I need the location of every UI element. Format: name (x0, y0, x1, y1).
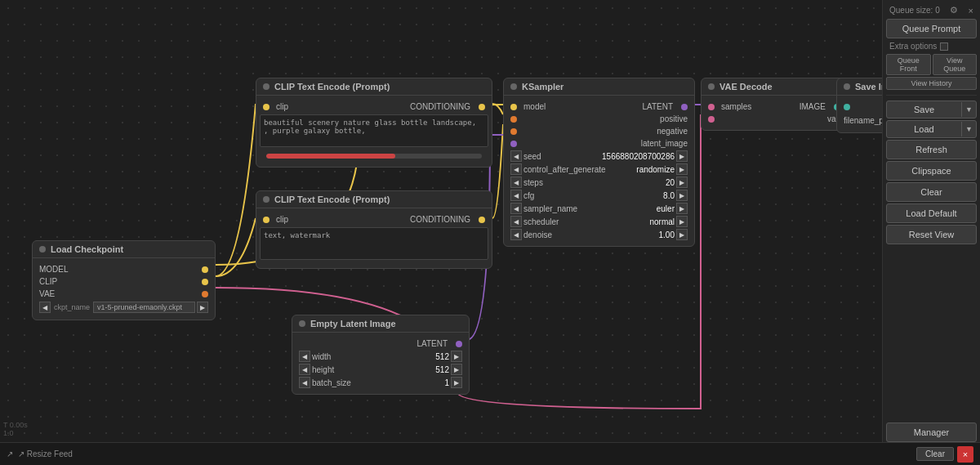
images-in-port[interactable] (844, 104, 850, 110)
ckpt-left-arrow[interactable]: ◀ (39, 302, 51, 313)
latent-out-port[interactable] (681, 104, 688, 110)
reset-view-button[interactable]: Reset View (886, 225, 977, 244)
model-in-label: model (523, 102, 546, 111)
ksampler-header: KSampler (504, 78, 694, 96)
height-left-arrow[interactable]: ◀ (299, 364, 310, 375)
cfg-right-btn[interactable]: ▶ (676, 190, 688, 201)
scheduler-left-arrow[interactable]: ◀ (510, 216, 522, 227)
samples-in-port[interactable] (708, 104, 715, 110)
conditioning-out-port-2[interactable] (479, 217, 485, 223)
model-in-port[interactable] (510, 104, 517, 110)
view-history-row: View History (886, 77, 977, 90)
vae-port-row: VAE (36, 288, 212, 300)
node-status-dot (39, 246, 46, 253)
height-param-value: 512 (381, 365, 449, 374)
vae-out-port[interactable] (202, 291, 208, 297)
clip-text-1-header: CLIP Text Encode (Prompt) (256, 78, 492, 96)
save-image-dot (844, 83, 850, 90)
seed-right-btn[interactable]: ▶ (676, 150, 688, 162)
scheduler-param-value: normal (600, 217, 675, 226)
steps-left-arrow[interactable]: ◀ (510, 177, 522, 188)
extra-options-checkbox[interactable] (940, 42, 948, 51)
queue-prompt-button[interactable]: Queue Prompt (886, 19, 977, 38)
latent-out-port-el[interactable] (456, 341, 462, 347)
clip-text-2-node: CLIP Text Encode (Prompt) clip CONDITION… (256, 190, 492, 269)
vae-label: VAE (39, 289, 55, 298)
save-image-title: Save Image (855, 82, 882, 92)
load-button[interactable]: Load (887, 121, 961, 137)
steps-row: ◀ steps 20 ▶ (507, 176, 691, 189)
steps-right-btn[interactable]: ▶ (676, 177, 688, 188)
load-arrow[interactable]: ▼ (961, 122, 976, 136)
save-button[interactable]: Save (887, 101, 961, 118)
clip-text-2-header: CLIP Text Encode (Prompt) (256, 191, 492, 208)
bottom-close-button[interactable]: × (957, 446, 973, 463)
vae-in-port[interactable] (708, 116, 715, 123)
clear-button[interactable]: Clear (886, 182, 977, 202)
model-out-port[interactable] (202, 266, 208, 273)
latent-out-label-el: LATENT (416, 339, 448, 348)
batch-left-arrow[interactable]: ◀ (299, 377, 310, 388)
conditioning-out-label-1: CONDITIONING (410, 102, 470, 111)
control-left-arrow[interactable]: ◀ (510, 163, 522, 175)
sampler-row: ◀ sampler_name euler ▶ (507, 202, 691, 215)
view-queue-button[interactable]: View Queue (933, 54, 978, 75)
sampler-left-arrow[interactable]: ◀ (510, 203, 522, 214)
latent-image-label: latent_image (641, 139, 688, 148)
latent-image-in-port[interactable] (510, 141, 517, 147)
denoise-left-arrow[interactable]: ◀ (510, 229, 522, 240)
steps-param-value: 20 (600, 178, 675, 187)
clip-out-port[interactable] (202, 279, 208, 285)
bottom-clear-button[interactable]: Clear (916, 447, 954, 461)
save-row[interactable]: Save ▼ (886, 101, 977, 118)
clip-text-2-input[interactable]: text, watermark (260, 227, 488, 260)
batch-right-btn[interactable]: ▶ (451, 377, 462, 388)
latent-out-row: LATENT (296, 338, 466, 350)
positive-in-port[interactable] (510, 116, 517, 123)
height-right-btn[interactable]: ▶ (451, 364, 462, 375)
resize-feed-label[interactable]: ↗ Resize Feed (18, 449, 73, 458)
queue-front-button[interactable]: Queue Front (886, 54, 931, 75)
images-in-row: images (840, 101, 882, 113)
sampler-param-value: euler (600, 204, 675, 213)
clip-text-1-input[interactable]: beautiful scenery nature glass bottle la… (260, 114, 488, 147)
view-history-button[interactable]: View History (886, 77, 977, 90)
negative-in-port[interactable] (510, 128, 517, 135)
clipspace-button[interactable]: Clipspace (886, 161, 977, 181)
clip-in-row-1: clip CONDITIONING (260, 101, 488, 113)
width-left-arrow[interactable]: ◀ (299, 351, 310, 362)
cfg-row: ◀ cfg 8.0 ▶ (507, 189, 691, 202)
clip-in-port-2[interactable] (263, 217, 270, 223)
manager-button[interactable]: Manager (886, 423, 977, 442)
seed-left-arrow[interactable]: ◀ (510, 150, 522, 162)
ckpt-selector[interactable]: ◀ ckpt_name v1-5-pruned-emaonly.ckpt ▶ (36, 300, 212, 315)
close-icon[interactable]: × (969, 6, 973, 16)
vae-decode-dot (708, 83, 715, 90)
clip-in-port-1[interactable] (263, 104, 270, 110)
scheduler-right-btn[interactable]: ▶ (676, 216, 688, 227)
save-image-node: Save Image images filename_prefix ComfyU… (836, 78, 882, 133)
load-default-button[interactable]: Load Default (886, 203, 977, 223)
refresh-button[interactable]: Refresh (886, 140, 977, 159)
control-right-btn[interactable]: ▶ (676, 163, 688, 175)
empty-latent-title: Empty Latent Image (310, 319, 396, 329)
canvas-area[interactable]: Load Checkpoint MODEL CLIP VAE ◀ ckpt_na… (0, 0, 882, 465)
ckpt-right-arrow[interactable]: ▶ (197, 302, 208, 313)
clip-label: CLIP (39, 277, 57, 286)
extra-options-label: Extra options (889, 42, 937, 51)
empty-latent-header: Empty Latent Image (292, 315, 469, 333)
gear-icon[interactable]: ⚙ (950, 5, 958, 16)
node-dot-1 (263, 83, 270, 90)
denoise-right-btn[interactable]: ▶ (676, 229, 688, 240)
control-param-name: control_after_generate (523, 165, 599, 174)
width-right-btn[interactable]: ▶ (451, 351, 462, 362)
positive-label: positive (660, 114, 688, 123)
slider-1[interactable] (266, 154, 482, 159)
vae-decode-header: VAE Decode (702, 78, 847, 96)
conditioning-out-port-1[interactable] (479, 104, 485, 110)
sampler-right-btn[interactable]: ▶ (676, 203, 688, 214)
sampler-param-name: sampler_name (523, 204, 599, 213)
load-row[interactable]: Load ▼ (886, 120, 977, 138)
cfg-left-arrow[interactable]: ◀ (510, 190, 522, 201)
save-arrow[interactable]: ▼ (961, 102, 976, 117)
